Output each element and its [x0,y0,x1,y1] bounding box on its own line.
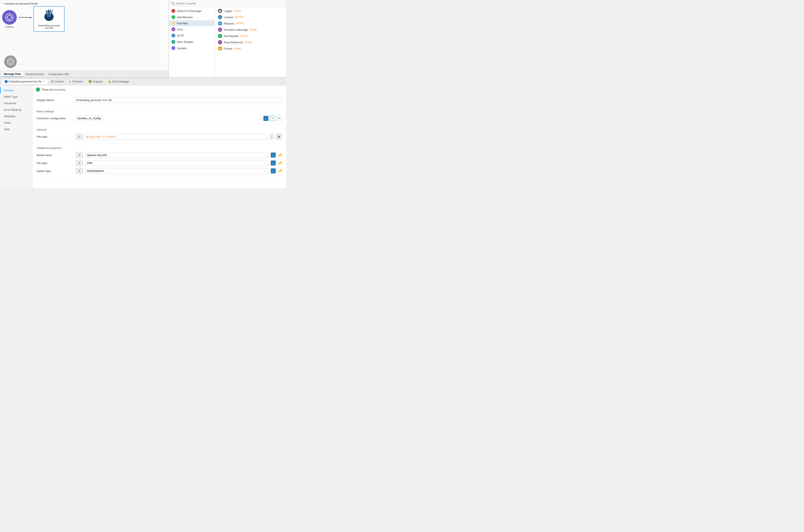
nav-mime-type[interactable]: MIME Type [0,94,32,100]
nav-metadata[interactable]: Metadata [0,113,32,119]
core-icon: ● [171,27,175,31]
model-name-select[interactable]: OpenAI Ada 002 [85,152,268,158]
listener-palette-icon: ◎ [218,15,222,19]
transform-icon: ⇄ [218,27,222,32]
nav-help[interactable]: Help [0,126,32,132]
nav-notes[interactable]: Notes [0,119,32,126]
tab-global-elements[interactable]: Global Elements [23,72,46,77]
model-dropdown-btn[interactable]: ⌄ [271,152,276,157]
file-path-close-btn[interactable]: ] [270,134,273,139]
option-type-select[interactable]: PARAGRAPH [85,168,268,174]
set-payload-icon: ▷ [218,34,222,38]
model-name-label: Model name: [37,154,74,157]
palette-right-transform[interactable]: ⇄ Transform Message (Core) [217,26,284,33]
palette-item-http[interactable]: ◎ HTTP [169,33,215,39]
general-section: General File path: fx #[ payload.filePat… [33,125,286,143]
tab-console[interactable]: 🖥 Console [48,79,66,84]
palette-right-request[interactable]: ➡ Request (HTTP) [217,20,284,26]
add-config-button[interactable]: + [270,116,275,121]
palette-right-logger[interactable]: 📋 Logger (Core) [217,8,284,14]
tab-problems[interactable]: ⚠ Problems [66,79,86,84]
embedding-label: Embedding generate from file [36,24,61,29]
status-bar: ✓ There are no errors. [33,86,286,94]
bottom-arrow: ← [18,63,21,66]
file-type-dropdown-btn[interactable]: ⌄ [271,160,276,166]
close-tab-button[interactable]: ✕ [43,80,45,83]
main-form-content: ✓ There are no errors. Display Name: Bas… [33,86,286,188]
mac-icon: ✦ [171,40,175,44]
collapse-icon[interactable]: ▼ [2,2,4,5]
palette-item-sockets[interactable]: ⬡ Sockets [169,45,215,51]
svg-rect-18 [47,16,51,17]
tab-debugger[interactable]: 🐛 Mule Debugger [106,79,132,84]
connector-dropdown-btn[interactable]: ⌄ [263,116,269,121]
file-path-prefix: #[ [86,135,90,138]
tab-config-xml[interactable]: Configuration XML [46,72,71,77]
option-type-label: Option type: [37,169,74,173]
progress-icon: 🟢 [88,80,92,83]
bottom-tabs-bar: 🔵 Embedding generate from file ✕ 🖥 Conso… [0,78,286,86]
file-type-select[interactable]: PDF [85,160,268,166]
panel-content: General MIME Type Advanced Error Mapping… [0,86,286,188]
basic-settings-section: Basic Settings Connector configuration: … [33,107,286,125]
connector-config-label: Connector configuration: [37,117,74,120]
file-type-fx-button[interactable]: fx [76,160,83,166]
edit-config-button[interactable]: ✏ [276,116,282,121]
palette-search-bar: 🔍 [169,0,286,7]
palette-right-choice[interactable]: ◈ Choice (Core) [217,45,284,52]
embedding-icon [42,9,56,23]
palette-search-input[interactable] [176,2,284,5]
palette-right-set-payload[interactable]: ▷ Set Payload (Core) [217,33,284,39]
palette-area: 🔍 ↗ Search in Exchange.. + Add Modules ⭐… [169,0,286,77]
search-icon: 🔍 [171,2,175,5]
palette-right-flow-reference[interactable]: ↪ Flow Reference (Core) [217,39,284,45]
connector-select-wrapper: Einstein_AI_Config [76,115,262,121]
svg-marker-14 [46,10,47,12]
nav-general[interactable]: General [0,87,32,94]
flow-name: einstein-ai-connectorFlow5 [5,2,37,5]
palette-item-favorites[interactable]: ⭐ Favorites [169,20,215,26]
connector-config-select[interactable]: Einstein_AI_Config [76,115,103,121]
bottom-listener-icon [4,55,17,68]
canvas-nodes: Listener [2,6,65,32]
tab-progress[interactable]: 🟢 Progress [86,79,105,84]
option-type-row: Option type: fx PARAGRAPH ⌄ 🔑 [37,168,282,174]
file-type-key-icon: 🔑 [278,161,282,165]
nav-error-mapping[interactable]: Error Mapping [0,107,32,113]
display-name-row: Display Name: [37,97,282,103]
logger-icon: 📋 [218,9,222,13]
palette-right-listener[interactable]: ◎ Listener (HTTP) [217,14,284,20]
tab-message-flow[interactable]: Message Flow [2,72,23,77]
bottom-listener-node[interactable] [4,55,17,68]
palette-item-add-modules[interactable]: + Add Modules [169,14,215,20]
debugger-icon: 🐛 [108,80,111,83]
tab-embedding[interactable]: 🔵 Embedding generate from file ✕ [2,79,48,84]
palette-item-exchange[interactable]: ↗ Search in Exchange.. [169,8,215,14]
option-type-dropdown-btn[interactable]: ⌄ [271,168,276,173]
svg-marker-16 [50,9,51,11]
svg-marker-17 [52,10,53,12]
exchange-icon: ↗ [171,9,175,13]
palette-item-mac-einstein[interactable]: ✦ MAC Einstein [169,39,215,45]
star-icon: ⭐ [171,22,175,25]
display-name-input[interactable] [74,97,282,103]
flow-reference-icon: ↪ [218,40,222,44]
file-path-grid-button[interactable]: ⊞ [276,134,282,139]
file-path-input[interactable]: #[ payload.filePath [85,134,267,139]
file-type-row: File type: fx PDF ⌄ 🔑 [37,160,282,166]
listener-node[interactable]: Listener [2,10,17,28]
connector-config-row: Connector configuration: Einstein_AI_Con… [37,115,282,121]
model-name-fx-button[interactable]: fx [76,152,83,158]
file-path-fx-button[interactable]: fx [76,134,83,139]
embedding-node[interactable]: Embedding generate from file [34,6,65,32]
general-section-title: General [37,128,282,131]
palette-item-core[interactable]: ● Core [169,26,215,33]
nav-advanced[interactable]: Advanced [0,100,32,107]
embedding-tab-icon: 🔵 [4,80,8,83]
additional-props-section: Additional properties Model name: fx Ope… [33,143,286,177]
model-name-row: Model name: fx OpenAI Ada 002 ⌄ 🔑 [37,152,282,158]
option-type-fx-button[interactable]: fx [76,168,83,174]
left-nav: General MIME Type Advanced Error Mapping… [0,86,33,188]
option-type-select-wrapper: PARAGRAPH [85,168,268,174]
svg-point-20 [8,60,12,63]
